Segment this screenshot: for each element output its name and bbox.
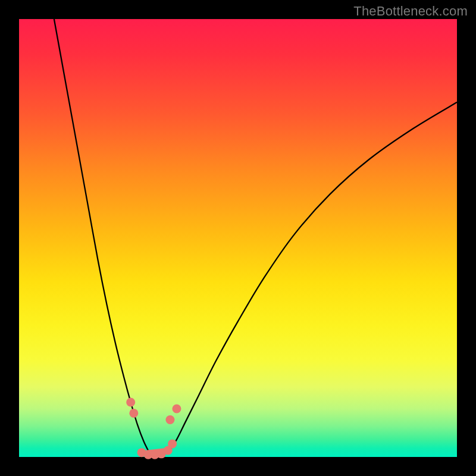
marker-dot	[129, 409, 138, 418]
marker-dot	[165, 415, 174, 424]
chart-frame: TheBottleneck.com	[0, 0, 476, 476]
marker-dot	[168, 439, 177, 448]
marker-dot	[126, 398, 135, 407]
watermark-text: TheBottleneck.com	[353, 4, 468, 19]
curve-right	[168, 102, 457, 453]
plot-area	[19, 19, 457, 457]
chart-svg	[19, 19, 457, 457]
curve-left	[54, 19, 151, 455]
marker-dot	[172, 405, 181, 414]
